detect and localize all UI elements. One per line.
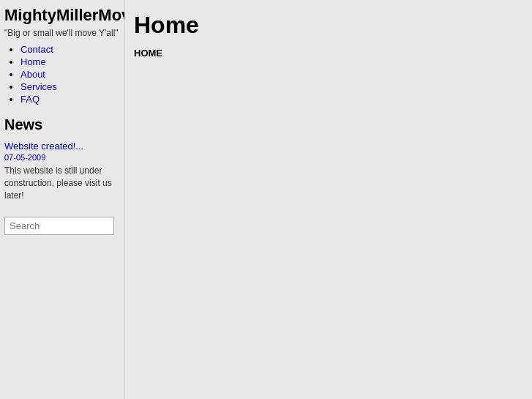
nav-item-about[interactable]: About: [20, 69, 45, 80]
tagline: "Big or small we'll move Y'all": [4, 28, 120, 38]
news-heading: News: [4, 116, 120, 133]
sidebar: MightyMillerMoving "Big or small we'll m…: [0, 0, 124, 399]
nav-list: ContactHomeAboutServicesFAQ: [4, 44, 120, 105]
main-body: HOME: [134, 48, 523, 59]
news-body: This website is still under construction…: [4, 165, 120, 201]
nav-item-faq[interactable]: FAQ: [20, 94, 40, 105]
main-heading: Home: [134, 12, 523, 39]
news-link[interactable]: Website created!...: [4, 141, 120, 152]
main-content: Home HOME: [124, 0, 532, 399]
nav-item-contact[interactable]: Contact: [20, 44, 53, 55]
site-title: MightyMillerMoving: [4, 6, 120, 25]
page-wrapper: MightyMillerMoving "Big or small we'll m…: [0, 0, 532, 399]
search-input[interactable]: [4, 217, 114, 235]
nav-item-home[interactable]: Home: [20, 56, 46, 67]
news-date: 07-05-2009: [4, 153, 120, 162]
news-section: News Website created!... 07-05-2009 This…: [4, 116, 120, 234]
nav-item-services[interactable]: Services: [20, 81, 57, 92]
